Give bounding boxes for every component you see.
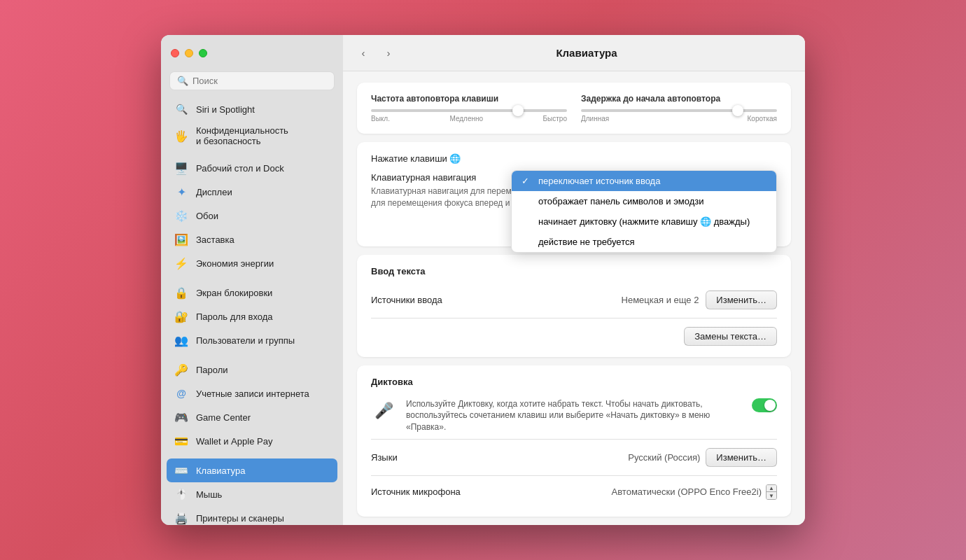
key-press-dropdown[interactable]: ✓ переключает источник ввода отображает … bbox=[511, 170, 777, 253]
delay-label-short: Короткая bbox=[748, 115, 777, 122]
sidebar-item-label: Рабочий стол и Dock bbox=[196, 163, 284, 174]
sidebar-item-label: Обои bbox=[196, 211, 218, 221]
minimize-button[interactable] bbox=[185, 49, 193, 57]
sidebar-item-label: Мышь bbox=[196, 489, 222, 500]
sidebar-item-keyboard[interactable]: ⌨️ Клавиатура bbox=[167, 458, 337, 482]
stepper-down[interactable]: ▼ bbox=[766, 492, 776, 499]
password-icon: 🔐 bbox=[174, 309, 189, 324]
dictation-description: Используйте Диктовку, когда хотите набра… bbox=[406, 398, 742, 433]
titlebar bbox=[161, 35, 343, 71]
mic-source-stepper[interactable]: ▲ ▼ bbox=[766, 484, 777, 500]
autorepeat-section: Частота автоповтора клавиши Выкл. Медлен… bbox=[357, 83, 791, 134]
stepper-up[interactable]: ▲ bbox=[766, 485, 776, 493]
sidebar-item-printers[interactable]: 🖨️ Принтеры и сканеры bbox=[167, 506, 337, 525]
energy-icon: ⚡ bbox=[174, 255, 189, 271]
sidebar-item-password[interactable]: 🔐 Пароль для входа bbox=[167, 304, 337, 328]
sidebar-item-siri-spotlight[interactable]: 🔍 Siri и Spotlight bbox=[167, 97, 337, 121]
close-button[interactable] bbox=[171, 49, 179, 57]
freq-label-fast: Быстро bbox=[543, 115, 567, 122]
search-icon: 🔍 bbox=[177, 76, 188, 86]
maximize-button[interactable] bbox=[199, 49, 207, 57]
dropdown-item-show-symbols[interactable]: отображает панель символов и эмодзи bbox=[512, 191, 776, 211]
change-sources-button[interactable]: Изменить… bbox=[706, 290, 777, 309]
freq-label: Частота автоповтора клавиши bbox=[371, 94, 567, 104]
lang-controls: Русский (Россия) Изменить… bbox=[628, 448, 777, 467]
app-window: 🔍 🔍 Siri и Spotlight 🖐️ Конфиденциальнос… bbox=[161, 35, 805, 525]
divider bbox=[371, 318, 777, 318]
siri-spotlight-icon: 🔍 bbox=[174, 102, 189, 117]
sidebar-item-label: Пароли bbox=[196, 365, 228, 375]
dropdown-item-switch-input[interactable]: ✓ переключает источник ввода bbox=[512, 171, 776, 191]
sidebar-list: 🔍 Siri и Spotlight 🖐️ Конфиденциальность… bbox=[161, 97, 343, 525]
mic-icon: 🎤 bbox=[371, 398, 396, 424]
delay-slider-labels: Длинная Короткая bbox=[581, 115, 777, 122]
keyboard-icon: ⌨️ bbox=[174, 463, 189, 478]
sidebar-item-privacy[interactable]: 🖐️ Конфиденциальность и безопасность bbox=[167, 121, 337, 150]
text-substitutions-button[interactable]: Замены текста… bbox=[684, 327, 777, 346]
privacy-icon: 🖐️ bbox=[174, 128, 189, 144]
sidebar-item-screensaver[interactable]: 🖼️ Заставка bbox=[167, 227, 337, 251]
sidebar-item-label: Заставка bbox=[196, 234, 234, 245]
mic-source-label: Источник микрофона bbox=[371, 486, 461, 497]
dropdown-item-dictation[interactable]: начинает диктовку (нажмите клавишу 🌐 два… bbox=[512, 211, 776, 232]
key-press-label: Нажатие клавиши 🌐 bbox=[371, 153, 461, 164]
mic-source-value: Автоматически (OPPO Enco Free2i) bbox=[612, 486, 762, 497]
sidebar-item-label: Пароль для входа bbox=[196, 312, 273, 322]
desktop-dock-icon: 🖥️ bbox=[174, 160, 189, 176]
users-icon: 👥 bbox=[174, 332, 189, 348]
input-sources-controls: Немецкая и еще 2 Изменить… bbox=[622, 290, 777, 309]
back-button[interactable]: ‹ bbox=[354, 46, 372, 60]
dropdown-item-label: отображает панель символов и эмодзи bbox=[538, 196, 704, 206]
divider2 bbox=[371, 439, 777, 440]
lang-change-button[interactable]: Изменить… bbox=[706, 448, 777, 467]
sidebar-item-wallet[interactable]: 💳 Wallet и Apple Pay bbox=[167, 429, 337, 453]
key-press-row: Нажатие клавиши 🌐 ✓ переключает источник… bbox=[371, 153, 777, 164]
sliders-row: Частота автоповтора клавиши Выкл. Медлен… bbox=[371, 94, 777, 122]
check-mark: ✓ bbox=[522, 176, 533, 186]
sidebar-item-wallpaper[interactable]: ❄️ Обои bbox=[167, 204, 337, 227]
forward-button[interactable]: › bbox=[379, 46, 398, 60]
delay-label-long: Длинная bbox=[581, 115, 609, 122]
dictation-toggle[interactable] bbox=[752, 398, 777, 412]
search-input[interactable] bbox=[192, 76, 327, 86]
freq-label-off: Выкл. bbox=[371, 115, 390, 122]
dictation-row: 🎤 Используйте Диктовку, когда хотите наб… bbox=[371, 396, 777, 436]
freq-slider-group: Частота автоповтора клавиши Выкл. Медлен… bbox=[371, 94, 567, 122]
mouse-icon: 🖱️ bbox=[174, 486, 189, 502]
search-bar[interactable]: 🔍 bbox=[169, 71, 335, 90]
sidebar-item-energy[interactable]: ⚡ Экономия энергии bbox=[167, 251, 337, 275]
freq-slider-thumb[interactable] bbox=[512, 105, 524, 116]
sidebar-item-label: Учетные записи интернета bbox=[196, 388, 309, 399]
sidebar-item-desktop-dock[interactable]: 🖥️ Рабочий стол и Dock bbox=[167, 156, 337, 180]
sidebar: 🔍 🔍 Siri и Spotlight 🖐️ Конфиденциальнос… bbox=[161, 35, 343, 525]
text-input-title: Ввод текста bbox=[371, 266, 777, 276]
main-titlebar: ‹ › Клавиатура bbox=[343, 35, 805, 71]
sidebar-item-mouse[interactable]: 🖱️ Мышь bbox=[167, 482, 337, 506]
page-title: Клавиатура bbox=[405, 47, 769, 59]
sidebar-item-label: Дисплеи bbox=[196, 187, 232, 197]
freq-label-slow: Медленно bbox=[449, 115, 483, 122]
freq-slider-track[interactable] bbox=[371, 109, 567, 112]
lang-value: Русский (Россия) bbox=[628, 452, 700, 463]
freq-slider-labels: Выкл. Медленно Быстро bbox=[371, 115, 567, 122]
content-area: Частота автоповтора клавиши Выкл. Медлен… bbox=[343, 71, 805, 525]
delay-slider-group: Задержка до начала автоповтора Длинная К… bbox=[581, 94, 777, 122]
sidebar-item-displays[interactable]: ✦ Дисплеи bbox=[167, 180, 337, 204]
dropdown-item-label: действие не требуется bbox=[538, 237, 635, 247]
wallpaper-icon: ❄️ bbox=[174, 208, 189, 223]
sidebar-item-internet-accounts[interactable]: @ Учетные записи интернета bbox=[167, 382, 337, 405]
sidebar-item-label: Принтеры и сканеры bbox=[196, 513, 284, 524]
dropdown-item-label: начинает диктовку (нажмите клавишу 🌐 два… bbox=[538, 216, 750, 227]
delay-slider-thumb[interactable] bbox=[732, 105, 743, 116]
sidebar-item-passwords[interactable]: 🔑 Пароли bbox=[167, 358, 337, 382]
mic-source-row: Источник микрофона Автоматически (OPPO E… bbox=[371, 479, 777, 505]
sidebar-item-label: Пользователи и группы bbox=[196, 335, 295, 346]
dictation-title: Диктовка bbox=[371, 377, 777, 387]
delay-slider-track[interactable] bbox=[581, 109, 777, 112]
sidebar-item-game-center[interactable]: 🎮 Game Center bbox=[167, 405, 337, 429]
sidebar-item-label: Game Center bbox=[196, 412, 251, 423]
toggle-knob bbox=[764, 400, 776, 411]
sidebar-item-users[interactable]: 👥 Пользователи и группы bbox=[167, 328, 337, 352]
dropdown-item-no-action[interactable]: действие не требуется bbox=[512, 232, 776, 252]
sidebar-item-lock-screen[interactable]: 🔒 Экран блокировки bbox=[167, 281, 337, 304]
